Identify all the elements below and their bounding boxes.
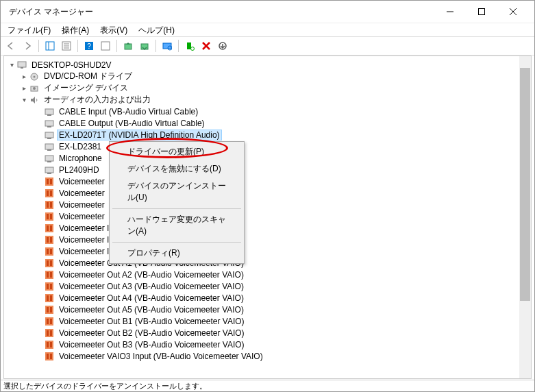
uninstall-device-button[interactable]: [215, 38, 230, 53]
svg-rect-75: [50, 307, 52, 313]
menu-action[interactable]: 操作(A): [56, 23, 95, 36]
svg-rect-41: [47, 179, 49, 184]
ctx-disable-device[interactable]: デバイスを無効にする(D): [111, 160, 242, 177]
tree-category-audio[interactable]: オーディオの入力および出力: [4, 94, 531, 106]
svg-rect-78: [50, 319, 52, 324]
expand-icon[interactable]: [19, 73, 29, 80]
svg-rect-79: [45, 329, 53, 337]
svg-rect-35: [47, 149, 51, 151]
svg-rect-87: [50, 354, 52, 359]
expand-icon[interactable]: [7, 61, 16, 69]
svg-rect-59: [47, 249, 49, 254]
tree-category-dvd[interactable]: DVD/CD-ROM ドライブ: [4, 71, 531, 82]
svg-rect-22: [18, 62, 26, 67]
tree-item[interactable]: Voicemeeter: [4, 199, 531, 210]
close-button[interactable]: [497, 1, 529, 23]
svg-rect-56: [47, 237, 49, 243]
tree-item[interactable]: Voicemeeter Out A2 (VB-Audio Voicemeeter…: [4, 269, 531, 280]
tree-item-label: EX-LD2381: [58, 142, 103, 151]
menu-help[interactable]: ヘルプ(H): [133, 23, 180, 36]
titlebar: デバイス マネージャー: [1, 1, 534, 23]
show-hide-console-tree-button[interactable]: [42, 38, 58, 53]
tree-item[interactable]: Voicemeeter Out A4 (VB-Audio Voicemeeter…: [4, 292, 531, 304]
uninstall-button[interactable]: [137, 38, 152, 53]
scan-hardware-button[interactable]: [160, 38, 175, 53]
dvd-icon: [29, 71, 40, 82]
tree-item[interactable]: Voicemeeter Input (VB-Audio Voicemeeter …: [4, 245, 531, 257]
tree-item-label: Voicemeeter Out A3 (VB-Audio Voicemeeter…: [58, 282, 245, 291]
device-icon: [44, 188, 55, 199]
separator: [116, 40, 117, 52]
enable-device-button[interactable]: [182, 38, 197, 53]
tree-item[interactable]: Voicemeeter Out B3 (VB-Audio Voicemeeter…: [4, 339, 531, 350]
svg-rect-28: [45, 109, 53, 114]
svg-rect-4: [46, 42, 54, 50]
expand-icon[interactable]: [19, 96, 29, 103]
svg-rect-12: [101, 42, 110, 50]
svg-rect-46: [45, 201, 53, 209]
tree-root[interactable]: DESKTOP-0SHUD2V: [4, 59, 531, 71]
tree-item[interactable]: Voicemeeter Out B1 (VB-Audio Voicemeeter…: [4, 315, 531, 327]
device-icon: [44, 246, 55, 257]
svg-rect-39: [47, 173, 51, 174]
ctx-update-driver[interactable]: ドライバーの更新(P): [111, 143, 242, 160]
device-icon: [44, 130, 55, 140]
tree-item[interactable]: Voicemeeter Out A3 (VB-Audio Voicemeeter…: [4, 280, 531, 292]
svg-rect-77: [47, 319, 49, 324]
disable-device-button[interactable]: [199, 38, 214, 53]
ctx-uninstall-device[interactable]: デバイスのアンインストール(U): [111, 177, 242, 206]
tree-item[interactable]: CABLE Input (VB-Audio Virtual Cable): [4, 106, 531, 117]
tree-item[interactable]: Voicemeeter: [4, 187, 531, 199]
svg-rect-66: [50, 272, 52, 278]
ctx-properties[interactable]: プロパティ(R): [111, 245, 242, 262]
tree-container: DESKTOP-0SHUD2V DVD/CD-ROM ドライブ イメージング デ…: [3, 56, 532, 379]
svg-rect-68: [47, 284, 49, 289]
device-icon: [44, 223, 55, 234]
tree-item[interactable]: Voicemeeter Out A5 (VB-Audio Voicemeeter…: [4, 304, 531, 315]
expand-icon[interactable]: [19, 84, 29, 92]
tree-item[interactable]: Microphone: [4, 152, 531, 164]
tree-item[interactable]: Voicemeeter Out B2 (VB-Audio Voicemeeter…: [4, 327, 531, 339]
menu-view[interactable]: 表示(V): [95, 23, 133, 36]
svg-rect-44: [47, 191, 49, 196]
svg-rect-62: [47, 260, 49, 266]
scrollbar-thumb[interactable]: [520, 68, 530, 301]
tree-item-label: PL2409HD: [58, 165, 101, 175]
tree-item[interactable]: Voicemeeter Out A1 (VB-Audio Voicemeeter…: [4, 257, 531, 269]
separator: [112, 242, 241, 243]
update-driver-button[interactable]: [121, 38, 136, 53]
context-menu: ドライバーの更新(P) デバイスを無効にする(D) デバイスのアンインストール(…: [109, 141, 245, 264]
tree-item[interactable]: Voicemeeter: [4, 210, 531, 222]
tree-item-label: Voicemeeter Out B3 (VB-Audio Voicemeeter…: [58, 340, 246, 350]
device-icon: [44, 164, 55, 175]
tree-category-imaging[interactable]: イメージング デバイス: [4, 82, 531, 94]
properties-button[interactable]: [59, 38, 74, 53]
tree-item[interactable]: EX-LD2381: [4, 140, 531, 152]
tree-item[interactable]: Voicemeeter: [4, 175, 531, 187]
separator: [38, 40, 39, 52]
tree-item[interactable]: Voicemeeter VAIO3 Input (VB-Audio Voicem…: [4, 350, 531, 362]
svg-rect-82: [45, 341, 53, 349]
tree-item[interactable]: Voicemeeter In 5 (VB-Audio Voicemeeter V…: [4, 234, 531, 245]
svg-rect-33: [47, 138, 51, 139]
ctx-scan-hardware[interactable]: ハードウェア変更のスキャン(A): [111, 211, 242, 240]
svg-rect-60: [50, 249, 52, 254]
tree-item[interactable]: PL2409HD: [4, 164, 531, 175]
help-button[interactable]: ?: [82, 38, 97, 53]
device-icon: [44, 211, 55, 222]
menu-file[interactable]: ファイル(F): [2, 23, 56, 36]
tree-item[interactable]: EX-LD2071T (NVIDIA High Definition Audio…: [4, 129, 531, 140]
forward-button[interactable]: [20, 38, 35, 53]
separator: [77, 40, 78, 52]
maximize-button[interactable]: [466, 1, 497, 23]
device-icon: [44, 106, 55, 117]
tree-item[interactable]: CABLE Output (VB-Audio Virtual Cable): [4, 117, 531, 129]
minimize-button[interactable]: [434, 1, 466, 23]
tree-item[interactable]: Voicemeeter In 4 (VB-Audio Voicemeeter V…: [4, 222, 531, 234]
tree-item-label: Voicemeeter Out A2 (VB-Audio Voicemeeter…: [58, 270, 245, 280]
back-button[interactable]: [3, 38, 18, 53]
action-button[interactable]: [98, 38, 113, 53]
vertical-scrollbar[interactable]: [519, 56, 531, 378]
svg-rect-13: [125, 44, 132, 49]
svg-rect-30: [45, 121, 53, 126]
